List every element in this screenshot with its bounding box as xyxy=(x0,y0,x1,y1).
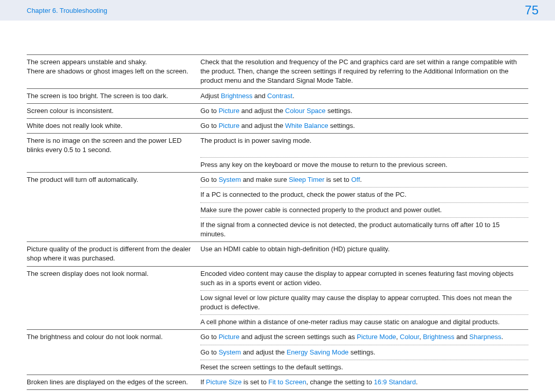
table-row: The screen is too bright. The screen is … xyxy=(27,88,528,103)
solution-text: The product is in power saving mode. xyxy=(200,137,311,144)
solution-text: , xyxy=(419,333,423,341)
solution-text: and adjust the xyxy=(241,348,287,356)
solution-cell: Press any key on the keyboard or move th… xyxy=(200,158,528,173)
menu-term: Picture Mode xyxy=(357,333,396,341)
menu-term: System xyxy=(218,176,240,183)
solution-text: Check that the resolution and frequency … xyxy=(200,58,517,84)
menu-term: 16:9 Standard xyxy=(374,378,416,386)
solution-text: Go to xyxy=(200,176,218,183)
issue-cell: Screen colour is inconsistent. xyxy=(27,103,200,118)
table-row: Lines (red, green or blue) are displayed… xyxy=(27,390,528,392)
table-row: Press any key on the keyboard or move th… xyxy=(27,158,528,173)
solution-text: , change the setting to xyxy=(306,378,374,386)
menu-term: Picture xyxy=(218,333,239,341)
table-row: Picture quality of the product is differ… xyxy=(27,242,528,266)
page-header: Chapter 6. Troubleshooting 75 xyxy=(0,0,555,21)
chapter-title: Chapter 6. Troubleshooting xyxy=(27,7,107,14)
issue-cell-empty xyxy=(27,217,200,241)
solution-cell: Adjust Brightness and Contrast. xyxy=(200,88,528,103)
solution-text: Press any key on the keyboard or move th… xyxy=(200,161,448,169)
issue-cell: Broken lines are displayed on the edges … xyxy=(27,375,200,390)
solution-cell: The product is in power saving mode. xyxy=(200,134,528,158)
solution-cell: Use an HDMI cable to obtain high-definit… xyxy=(200,242,528,266)
solution-text: and make sure xyxy=(241,176,289,183)
issue-cell: Picture quality of the product is differ… xyxy=(27,242,200,266)
table-row: The screen appears unstable and shaky.Th… xyxy=(27,55,528,89)
menu-term: System xyxy=(218,348,240,356)
table-row: Screen colour is inconsistent.Go to Pict… xyxy=(27,103,528,118)
menu-term: Brightness xyxy=(423,333,454,341)
solution-text: is set to xyxy=(324,176,351,183)
solution-text: A cell phone within a distance of one-me… xyxy=(200,318,499,326)
solution-text: Encoded video content may cause the disp… xyxy=(200,270,513,287)
menu-term: Energy Saving Mode xyxy=(287,348,349,356)
menu-term: Contrast xyxy=(267,92,292,100)
solution-cell: If the signal from a connected device is… xyxy=(200,217,528,241)
menu-term: Brightness xyxy=(221,92,252,100)
solution-text: , xyxy=(396,333,400,341)
issue-cell: The screen is too bright. The screen is … xyxy=(27,88,200,103)
issue-cell: The screen display does not look normal. xyxy=(27,266,200,290)
menu-term: Picture xyxy=(218,107,239,115)
solution-cell: Make sure the power cable is connected p… xyxy=(200,202,528,217)
solution-text: settings. xyxy=(326,107,353,115)
menu-term: Picture Size xyxy=(206,378,242,386)
page-number: 75 xyxy=(525,3,539,17)
solution-text: and xyxy=(252,92,267,100)
issue-text: Broken lines are displayed on the edges … xyxy=(27,378,188,386)
table-row: There is no image on the screen and the … xyxy=(27,134,528,158)
table-row: A cell phone within a distance of one-me… xyxy=(27,315,528,330)
table-row: Go to System and adjust the Energy Savin… xyxy=(27,345,528,360)
solution-text: Adjust xyxy=(200,92,221,100)
table-row: White does not really look white.Go to P… xyxy=(27,118,528,133)
solution-text: settings. xyxy=(328,122,355,129)
issue-text: The screen is too bright. The screen is … xyxy=(27,92,168,100)
solution-cell: Encoded video content may cause the disp… xyxy=(200,266,528,290)
solution-text: Go to xyxy=(200,107,218,115)
issue-cell-empty xyxy=(27,345,200,360)
solution-cell: Go to Picture and adjust the White Balan… xyxy=(200,118,528,133)
issue-text: White does not really look white. xyxy=(27,122,122,129)
menu-term: Sharpness xyxy=(469,333,501,341)
table-row: Broken lines are displayed on the edges … xyxy=(27,375,528,390)
issue-cell: The screen appears unstable and shaky.Th… xyxy=(27,55,200,89)
solution-text: . xyxy=(416,378,418,386)
menu-term: Colour Space xyxy=(285,107,326,115)
issue-text: The brightness and colour do not look no… xyxy=(27,333,163,341)
solution-text: If the signal from a connected device is… xyxy=(200,221,499,238)
solution-cell: Go to System and make sure Sleep Timer i… xyxy=(200,173,528,188)
solution-cell: Reset the screen settings to the default… xyxy=(200,360,528,375)
issue-text: Screen colour is inconsistent. xyxy=(27,107,114,115)
solution-cell: Check that the resolution and frequency … xyxy=(200,55,528,89)
solution-text: . xyxy=(292,92,294,100)
solution-text: Reset the screen settings to the default… xyxy=(200,363,343,371)
issue-cell-empty xyxy=(27,315,200,330)
issue-cell-empty xyxy=(27,290,200,314)
solution-text: and adjust the xyxy=(239,107,285,115)
solution-cell: If Picture Size is set to Fit to Screen,… xyxy=(200,375,528,390)
issue-text: There is no image on the screen and the … xyxy=(27,137,181,154)
solution-cell: If a PC is connected to the product, che… xyxy=(200,188,528,202)
solution-cell: Go to Picture and adjust the Colour Spac… xyxy=(200,103,528,118)
table-row: If a PC is connected to the product, che… xyxy=(27,188,528,202)
solution-text: Low signal level or low picture quality … xyxy=(200,294,512,311)
issue-cell: Lines (red, green or blue) are displayed… xyxy=(27,390,200,392)
issue-cell-empty xyxy=(27,202,200,217)
table-row: Low signal level or low picture quality … xyxy=(27,290,528,314)
content-area: The screen appears unstable and shaky.Th… xyxy=(0,21,555,392)
issue-text: The product will turn off automatically. xyxy=(27,176,138,183)
table-row: The screen display does not look normal.… xyxy=(27,266,528,290)
menu-term: Sleep Timer xyxy=(289,176,324,183)
solution-cell: A cell phone within a distance of one-me… xyxy=(200,315,528,330)
solution-text: If a PC is connected to the product, che… xyxy=(200,191,406,198)
table-row: The product will turn off automatically.… xyxy=(27,173,528,188)
issue-text: The screen appears unstable and shaky. xyxy=(27,58,147,66)
table-row: If the signal from a connected device is… xyxy=(27,217,528,241)
troubleshoot-table: The screen appears unstable and shaky.Th… xyxy=(27,54,528,392)
menu-term: Off xyxy=(351,176,360,183)
table-row: The brightness and colour do not look no… xyxy=(27,330,528,345)
solution-text: and xyxy=(454,333,469,341)
solution-text: and adjust the xyxy=(239,122,285,129)
issue-text: The screen display does not look normal. xyxy=(27,270,149,277)
solution-cell: Go to Picture and adjust the screen sett… xyxy=(200,330,528,345)
